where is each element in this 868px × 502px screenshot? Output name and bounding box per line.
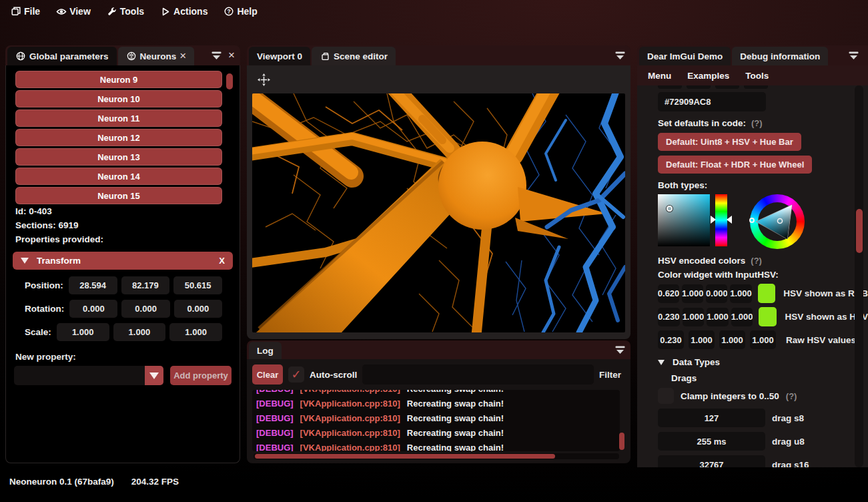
tab-neurons-close-icon[interactable]: [179, 51, 186, 61]
demo-scroll-thumb[interactable]: [856, 209, 863, 253]
rotation-row: Rotation: 0.000 0.000 0.000: [11, 297, 234, 320]
log-line: [DEBUG] [VKApplication.cpp:810] Recreati…: [256, 390, 616, 396]
add-property-button[interactable]: Add property: [170, 366, 232, 385]
hue-wheel-picker[interactable]: [750, 194, 805, 249]
window-menu-icon[interactable]: [615, 51, 625, 60]
log-horizontal-scrollbar[interactable]: [254, 453, 619, 459]
hsv-value-field[interactable]: 1.000: [689, 330, 715, 349]
demo-menu-menu[interactable]: Menu: [648, 71, 671, 81]
help-marker[interactable]: (?): [751, 118, 763, 128]
hex-color-input[interactable]: #72909AC8: [658, 92, 766, 111]
move-icon[interactable]: [258, 73, 270, 86]
autoscroll-checkbox[interactable]: [288, 366, 304, 383]
log-level: [DEBUG]: [256, 443, 294, 452]
tab-global-parameters[interactable]: Global parameters: [7, 47, 117, 65]
log-body: Clear Auto-scroll Filter [DEBUG] [VKAppl…: [247, 359, 630, 463]
drag-u8-field[interactable]: 255 ms: [658, 432, 765, 451]
hsv-value-field[interactable]: 1.000: [730, 284, 751, 303]
transform-remove-button[interactable]: X: [219, 256, 225, 266]
data-types-header[interactable]: Data Types: [658, 357, 868, 367]
help-marker[interactable]: (?): [786, 391, 797, 401]
window-menu-icon[interactable]: [211, 51, 222, 60]
neuron-button[interactable]: Neuron 15: [15, 187, 222, 204]
position-y-field[interactable]: 82.179: [121, 276, 170, 294]
help-marker[interactable]: (?): [751, 256, 762, 266]
menu-actions[interactable]: Actions: [156, 3, 214, 19]
drag-s16-field[interactable]: 32767: [658, 455, 765, 467]
combo-arrow-button[interactable]: [145, 366, 163, 385]
demo-menu-examples[interactable]: Examples: [687, 71, 729, 81]
hue-bar-picker[interactable]: [715, 194, 727, 246]
default-float-button[interactable]: Default: Float + HDR + Hue Wheel: [658, 156, 812, 174]
hsv-value-field[interactable]: 0.230: [658, 308, 680, 326]
neuron-list-scrollbar[interactable]: [226, 71, 233, 204]
menu-help[interactable]: ? Help: [220, 3, 264, 19]
viewport-3d-render[interactable]: [252, 93, 625, 332]
hsv-value-field[interactable]: 1.000: [731, 308, 753, 326]
neuron-button[interactable]: Neuron 10: [15, 90, 222, 107]
demo-menu-tools[interactable]: Tools: [745, 71, 769, 81]
window-menu-icon[interactable]: [849, 51, 859, 60]
scale-z-field[interactable]: 1.000: [169, 323, 222, 341]
clamp-checkbox[interactable]: [658, 388, 674, 404]
neuron-list: Neuron 9 Neuron 10 Neuron 11 Neuron 12 N…: [11, 71, 234, 204]
menu-view[interactable]: View: [52, 3, 97, 19]
demo-scrollbar[interactable]: [855, 85, 863, 467]
hsv-hsv-row: 0.230 1.000 1.000 1.000 HSV shown as HSV: [658, 307, 868, 326]
hsv-value-field[interactable]: 0.230: [658, 330, 684, 349]
tab-debug-information[interactable]: Debug information: [732, 47, 828, 65]
panel-close-icon[interactable]: [228, 51, 235, 60]
hsv-value-field[interactable]: 1.000: [683, 308, 705, 326]
hsv-value-field[interactable]: 1.000: [682, 284, 703, 303]
tab-log[interactable]: Log: [249, 342, 282, 359]
tab-scene-editor[interactable]: Scene editor: [312, 47, 396, 65]
new-property-combo[interactable]: [14, 366, 163, 385]
svg-text:?: ?: [228, 8, 231, 15]
hsv-value-field[interactable]: 0.000: [706, 284, 727, 303]
hsv-value-field[interactable]: 0.620: [658, 284, 679, 303]
scale-label: Scale:: [25, 327, 51, 337]
clear-log-button[interactable]: Clear: [252, 364, 283, 385]
saturation-value-picker[interactable]: [658, 194, 710, 246]
position-z-field[interactable]: 50.615: [173, 276, 222, 294]
color-swatch[interactable]: [759, 307, 777, 326]
drag-u8-label: drag u8: [772, 437, 805, 447]
hsv-value-field[interactable]: 1.000: [750, 330, 776, 349]
tab-viewport-0[interactable]: Viewport 0: [249, 47, 310, 65]
neuron-button[interactable]: Neuron 9: [15, 71, 222, 88]
neuron-button[interactable]: Neuron 12: [15, 129, 222, 146]
sv-triangle[interactable]: [750, 194, 805, 249]
default-uint8-button[interactable]: Default: Uint8 + HSV + Hue Bar: [658, 133, 801, 151]
color-swatch[interactable]: [758, 284, 776, 303]
log-line: [DEBUG] [VKApplication.cpp:810] Recreati…: [256, 440, 616, 451]
neuron-button[interactable]: Neuron 13: [15, 148, 222, 166]
log-source: [VKApplication.cpp:810]: [300, 413, 400, 423]
menu-file[interactable]: File: [7, 3, 47, 19]
rotation-y-field[interactable]: 0.000: [121, 300, 169, 318]
transform-header[interactable]: Transform X: [13, 252, 233, 270]
tab-neurons[interactable]: Neurons: [118, 47, 195, 65]
window-menu-icon[interactable]: [615, 346, 625, 354]
log-hscroll-thumb[interactable]: [255, 454, 555, 459]
neuron-button[interactable]: Neuron 14: [15, 168, 222, 185]
hsv-value-field[interactable]: 1.000: [719, 330, 745, 349]
menu-tools[interactable]: Tools: [103, 3, 151, 19]
log-lines[interactable]: [DEBUG] [VKApplication.cpp:810] Recreati…: [252, 390, 620, 451]
rotation-z-field[interactable]: 0.000: [174, 300, 222, 318]
log-filter-input[interactable]: [362, 364, 594, 385]
log-level: [DEBUG]: [256, 399, 294, 409]
log-vscroll-thumb[interactable]: [619, 433, 624, 450]
neuron-list-scroll-thumb[interactable]: [226, 73, 233, 89]
rotation-x-field[interactable]: 0.000: [69, 300, 117, 318]
tab-neurons-label: Neurons: [140, 51, 177, 61]
scale-y-field[interactable]: 1.000: [113, 323, 166, 341]
clipped-input-row: [658, 85, 868, 89]
status-bar: Neoneuron 0.1 (67bafa9) 204.32 FPS: [0, 471, 868, 502]
tab-dear-imgui-demo[interactable]: Dear ImGui Demo: [639, 47, 731, 65]
scale-x-field[interactable]: 1.000: [57, 323, 109, 341]
position-x-field[interactable]: 28.594: [69, 276, 117, 294]
hsv-value-field[interactable]: 1.000: [707, 308, 729, 326]
drag-s8-field[interactable]: 127: [658, 409, 765, 427]
neuron-sections: Sections: 6919: [11, 218, 234, 232]
neuron-button[interactable]: Neuron 11: [15, 109, 222, 127]
